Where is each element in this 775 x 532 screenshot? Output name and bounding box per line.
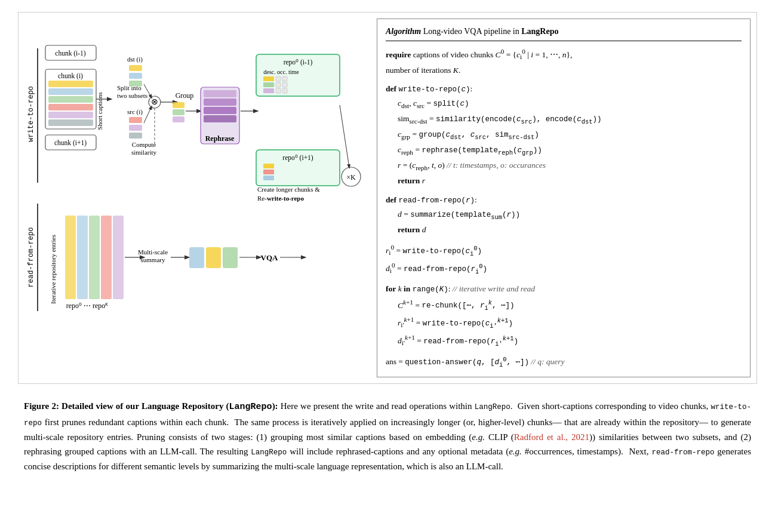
require-kw: require [386,50,411,59]
cross-text: ⊗ [151,97,158,106]
algo-def-write: def write-to-repo(c): [386,82,742,96]
algo-desc: Long-video VQA pipeline in LangRepo [423,27,559,36]
read-from-repo-inline: read-from-repo [651,448,714,457]
rc7 [263,88,274,93]
dst1 [129,65,142,71]
sum-box3 [223,247,238,268]
strip5 [48,112,93,118]
grp3 [173,116,184,122]
reph-layer1 [204,90,236,97]
algo-dkp1: di'k+1 = read-from-repo(ri'k+1) [398,332,742,349]
rc6 [282,82,287,87]
algo-return1: return r [398,174,742,187]
algo-return2: return d [398,223,742,236]
short-captions-label: Short captions [96,92,103,130]
src2 [129,125,142,131]
read-func: read-from-repo(r) [398,196,475,205]
strip3 [48,96,93,103]
repo-col4 [101,216,112,299]
algo-langrepo: LangRepo [521,27,558,36]
arrow-repo-xk [340,105,349,168]
fig-label: Figure 2: [24,401,59,411]
chunk-i-text: chunk (i) [58,72,83,80]
algo-r: r = (creph, t, o) // t: timestamps, o: o… [398,159,742,173]
reph-layer4 [204,115,236,122]
figure-top-section: write-to-repo read-from-repo chunk (i-1)… [18,12,757,384]
rc2 [276,76,281,81]
diagram-section: write-to-repo read-from-repo chunk (i-1)… [24,19,371,377]
rc8 [276,88,281,93]
rc1 [263,76,274,81]
algorithm-section: Algorithm Long-video VQA pipeline in Lan… [377,19,751,377]
repo-col1 [65,216,76,299]
rephrase-label: Rephrase [205,134,235,143]
algo-def-read: def read-from-repo(r): [386,193,742,207]
algo-require2: number of iterations K. [386,64,742,77]
rc5 [276,82,281,87]
grp1 [173,102,184,108]
read-from-repo-label: read-from-repo [27,227,35,288]
repo0-im1-text: repo⁰ (i-1) [284,59,313,66]
langrepo-inline2: LangRepo [251,448,287,457]
vqa-label: VQA [261,253,279,262]
write-to-repo-label: write-to-repo [27,86,35,142]
algo-ans: ans = question-answer(q, [di0, ⋯]) // q:… [386,355,742,370]
algo-body: require captions of video chunks C0 = {c… [386,46,742,370]
algo-cdst: cdst, csrc = split(c) [398,97,742,111]
dst2 [129,73,142,79]
src1 [129,117,142,123]
algo-title: Algorithm Long-video VQA pipeline in Lan… [386,25,742,41]
algo-for: for k in range(K): // iterative write an… [386,282,742,296]
write-func: write-to-repo(c) [398,85,470,94]
langrepo-inline1: LangRepo [475,403,510,411]
re-write-label: Re-write-to-repo [257,195,304,202]
desc-occ-time-label: desc. occ. time [263,69,299,75]
algo-creph: creph = rephrase(templatereph(cgrp)) [398,143,742,158]
repo-col3 [89,216,100,299]
repo-range-label: repo⁰ ⋯ repoᴷ [66,302,109,310]
def-kw2: def [386,195,396,204]
def-kw1: def [386,84,396,93]
sum-box1 [189,247,204,268]
multi-scale-label2: summary [141,256,165,263]
citation-link[interactable]: Radford et al., 2021 [514,432,589,442]
rcc3 [263,176,274,180]
strip6 [48,119,93,126]
algo-cgrp: cgrp = group(cdst, csrc, simsrc-dst) [398,128,742,142]
algo-keyword: Algorithm [386,27,421,36]
rc3 [282,76,287,81]
algo-sim: simsrc-dst = similarity(encode(csrc), en… [398,112,742,127]
algo-rkp1: ri'k+1 = write-to-repo(ci'k+1) [398,314,742,331]
sum-box2 [206,247,221,268]
xk-label: ×K [346,173,356,182]
rcc2 [263,170,274,174]
repo-col2 [77,216,88,299]
multi-scale-label: Multi-scale [138,248,168,256]
src-label: src (i) [127,108,143,116]
strip4 [48,104,93,110]
compute-sim-label2: similarity [131,149,157,156]
c0-expr: C [496,50,501,59]
diagram-svg: write-to-repo read-from-repo chunk (i-1)… [24,19,371,317]
dst3 [129,81,142,87]
arrow-src-cross [144,106,152,123]
algo-d: d = summarize(templatesum(r)) [398,208,742,222]
algo-r0: ri0 = write-to-repo(ci0) [386,242,742,259]
caption-text: Figure 2: Detailed view of our Language … [24,399,751,474]
iterative-label: Iterative repository entries [50,235,57,304]
main-container: write-to-repo read-from-repo chunk (i-1)… [18,12,757,474]
compute-sim-label: Compute [132,141,156,148]
reph-layer2 [204,99,236,106]
caption-bold: Detailed view of our Language Repository… [61,401,278,411]
algo-rechunk: Ck+1 = re-chunk([⋯, rik, ⋯]) [398,297,742,313]
split-label2: two subsets [117,92,147,99]
repo-col5 [113,216,124,299]
dst-label: dst (i) [127,56,143,63]
src3 [129,133,142,139]
create-longer-label: Create longer chunks & [257,186,320,193]
chunk-im1-text: chunk (i-1) [55,50,86,57]
algo-d0: di0 = read-from-repo(ri0) [386,260,742,276]
caption-section: Figure 2: Detailed view of our Language … [18,393,757,474]
repo0-ip1-text: repo⁰ (i+1) [282,154,313,162]
group-label: Group [176,91,194,100]
